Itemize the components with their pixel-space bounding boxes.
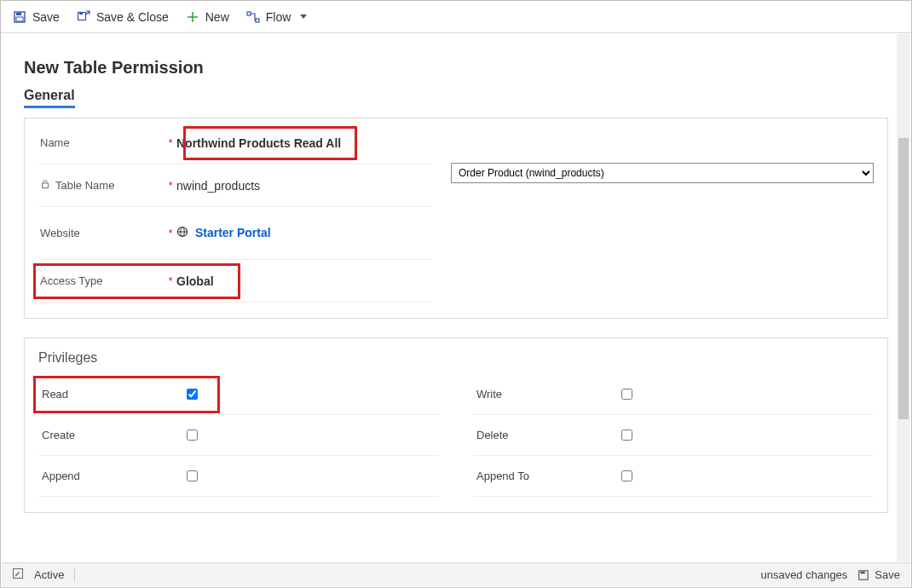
vertical-scrollbar[interactable] [897, 34, 910, 562]
website-label: Website [38, 227, 166, 239]
flow-icon [246, 10, 260, 24]
privilege-create: Create [38, 415, 439, 456]
save-icon [857, 569, 869, 581]
new-button[interactable]: New [186, 10, 229, 24]
field-access-type[interactable]: Access Type * Global [38, 260, 430, 303]
scrollbar-thumb[interactable] [898, 138, 909, 419]
required-marker: * [166, 137, 175, 149]
save-close-icon [77, 10, 90, 24]
chevron-down-icon [300, 14, 307, 19]
read-label: Read [38, 388, 183, 401]
privilege-delete: Delete [473, 415, 874, 456]
page-title: New Table Permission [24, 58, 888, 78]
svg-rect-4 [79, 13, 83, 14]
required-marker: * [166, 180, 175, 192]
append-label: Append [38, 470, 183, 482]
status-save-button[interactable]: Save [857, 568, 900, 581]
plus-icon [186, 10, 199, 24]
flow-button[interactable]: Flow [246, 10, 308, 24]
save-close-label: Save & Close [96, 10, 169, 24]
command-bar: Save Save & Close New Flow [1, 1, 911, 33]
table-lookup-select[interactable]: Order Product (nwind_products) [451, 163, 874, 183]
create-checkbox[interactable] [187, 429, 198, 441]
new-label: New [205, 10, 229, 24]
create-label: Create [38, 429, 183, 441]
form-body: New Table Permission General Name * Nort… [2, 34, 910, 562]
website-value[interactable]: Starter Portal [175, 226, 430, 241]
status-save-label: Save [874, 568, 900, 581]
privilege-append: Append [38, 456, 439, 497]
name-value[interactable]: Northwind Products Read All [175, 136, 430, 150]
privilege-append-to: Append To [473, 456, 874, 497]
required-marker: * [166, 275, 175, 287]
save-label: Save [32, 10, 60, 24]
lock-icon [40, 179, 50, 192]
write-checkbox[interactable] [621, 389, 632, 400]
svg-rect-9 [43, 183, 49, 188]
delete-checkbox[interactable] [621, 429, 632, 441]
append-to-label: Append To [473, 470, 618, 482]
tab-strip: General [24, 88, 888, 106]
append-checkbox[interactable] [187, 470, 198, 481]
save-and-close-button[interactable]: Save & Close [77, 10, 169, 24]
general-panel: Name * Northwind Products Read All [24, 118, 888, 319]
svg-rect-8 [256, 19, 259, 22]
table-label: Table Name [38, 179, 166, 192]
privilege-write: Write [473, 374, 874, 415]
access-label: Access Type [38, 274, 166, 287]
privileges-panel: Privileges Read Create Appen [24, 337, 888, 513]
append-to-checkbox[interactable] [621, 470, 632, 481]
write-label: Write [473, 388, 618, 401]
table-value: nwind_products [175, 179, 430, 193]
name-label: Name [38, 136, 166, 149]
website-link[interactable]: Starter Portal [195, 226, 271, 239]
separator [74, 568, 75, 582]
edit-icon[interactable] [12, 568, 24, 582]
read-checkbox[interactable] [187, 389, 198, 400]
access-value[interactable]: Global [175, 274, 430, 288]
tab-general[interactable]: General [24, 88, 75, 106]
status-unsaved: unsaved changes [760, 568, 847, 581]
status-bar: Active unsaved changes Save [2, 562, 910, 586]
status-active: Active [34, 568, 64, 581]
privileges-heading: Privileges [38, 350, 874, 366]
save-button[interactable]: Save [13, 10, 60, 24]
required-marker: * [166, 228, 175, 239]
field-table-name[interactable]: Table Name * nwind_products [38, 164, 430, 207]
privilege-read: Read [38, 374, 439, 415]
field-name[interactable]: Name * Northwind Products Read All [38, 122, 430, 164]
flow-label: Flow [266, 10, 291, 24]
globe-icon [176, 226, 188, 240]
save-icon [13, 10, 26, 24]
svg-rect-2 [16, 17, 23, 21]
field-website[interactable]: Website * Starter Portal [38, 207, 430, 260]
svg-rect-7 [247, 12, 251, 15]
svg-rect-15 [861, 571, 865, 574]
delete-label: Delete [473, 429, 618, 441]
svg-rect-1 [16, 13, 21, 15]
